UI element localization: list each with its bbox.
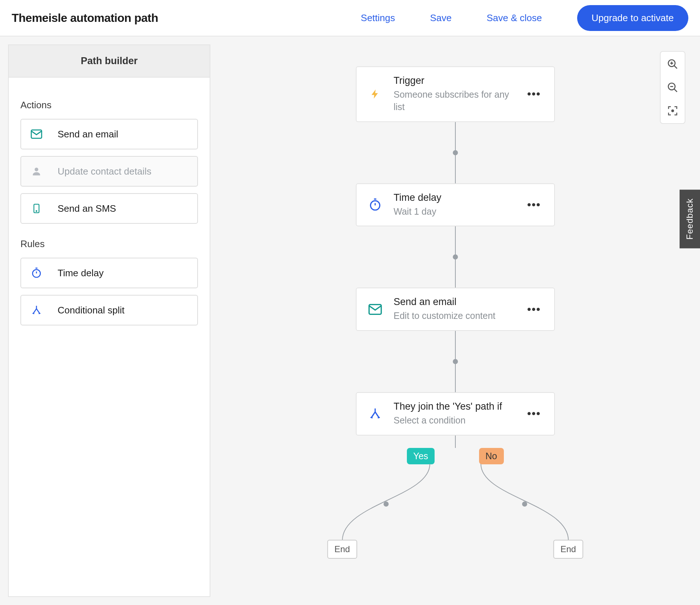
svg-point-3 [36, 211, 37, 211]
svg-point-7 [672, 110, 674, 112]
settings-button[interactable]: Settings [361, 12, 395, 24]
no-pill[interactable]: No [479, 448, 504, 464]
connector[interactable] [455, 331, 456, 392]
card-title: Send an email [394, 296, 514, 308]
node-email[interactable]: Send an email Edit to customize content … [356, 288, 555, 331]
mail-icon [367, 301, 384, 318]
stopwatch-icon [367, 196, 384, 213]
end-node[interactable]: End [553, 540, 583, 559]
rule-conditional-split[interactable]: Conditional split [20, 295, 198, 325]
actions-section: Actions Send an email Update contact det… [20, 99, 198, 224]
save-button[interactable]: Save [430, 12, 452, 24]
split-labels: Yes No [356, 448, 555, 466]
sidebar-title: Path builder [9, 45, 210, 78]
node-menu-button[interactable]: ••• [524, 302, 544, 317]
save-close-button[interactable]: Save & close [487, 12, 542, 24]
card-title: They join the 'Yes' path if [394, 401, 514, 412]
card-sub: Someone subscribes for any list [394, 89, 514, 113]
node-trigger[interactable]: Trigger Someone subscribes for any list … [356, 66, 555, 122]
path-builder-panel: Path builder Actions Send an email Updat… [8, 44, 210, 597]
feedback-tab[interactable]: Feedback [680, 190, 700, 248]
connector[interactable] [455, 122, 456, 183]
action-update-contact: Update contact details [20, 156, 198, 187]
card-sub: Select a condition [394, 414, 514, 427]
actions-label: Actions [20, 99, 198, 111]
split-icon [367, 405, 384, 422]
connector[interactable] [455, 226, 456, 288]
action-send-sms[interactable]: Send an SMS [20, 193, 198, 224]
fit-button[interactable] [662, 100, 684, 122]
canvas[interactable]: Feedback Trigger Someone subscribes for … [210, 36, 700, 605]
node-menu-button[interactable]: ••• [524, 197, 544, 212]
rule-label: Conditional split [58, 305, 125, 316]
rules-label: Rules [20, 238, 198, 250]
rule-label: Time delay [58, 268, 104, 279]
card-sub: Wait 1 day [394, 206, 514, 218]
flow: Trigger Someone subscribes for any list … [291, 66, 619, 559]
action-label: Send an SMS [58, 203, 116, 214]
node-menu-button[interactable]: ••• [524, 406, 544, 421]
svg-point-4 [32, 270, 40, 277]
sidebar-body: Actions Send an email Update contact det… [9, 78, 210, 341]
zoom-in-button[interactable] [662, 53, 684, 75]
branch-dot[interactable] [384, 501, 389, 507]
node-menu-button[interactable]: ••• [524, 86, 544, 102]
branch-dot[interactable] [522, 501, 527, 507]
connector [455, 436, 456, 448]
card-title: Trigger [394, 75, 514, 86]
rules-section: Rules Time delay Conditional split [20, 238, 198, 325]
main: Path builder Actions Send an email Updat… [0, 36, 700, 605]
page-title: Themeisle automation path [12, 11, 158, 25]
top-header: Themeisle automation path Settings Save … [0, 0, 700, 36]
yes-pill[interactable]: Yes [407, 448, 435, 464]
card-sub: Edit to customize content [394, 310, 514, 322]
header-actions: Settings Save Save & close Upgrade to ac… [361, 5, 688, 31]
split-icon [30, 304, 43, 317]
svg-point-1 [35, 168, 38, 171]
node-delay[interactable]: Time delay Wait 1 day ••• [356, 183, 555, 227]
action-send-email[interactable]: Send an email [20, 119, 198, 149]
mail-icon [30, 128, 43, 141]
phone-icon [30, 202, 43, 215]
split-branches: End End [313, 464, 598, 559]
bolt-icon [367, 86, 384, 102]
end-node[interactable]: End [327, 540, 357, 559]
rule-time-delay[interactable]: Time delay [20, 258, 198, 288]
zoom-out-button[interactable] [662, 77, 684, 98]
upgrade-button[interactable]: Upgrade to activate [577, 5, 688, 31]
action-label: Update contact details [58, 166, 151, 177]
card-title: Time delay [394, 192, 514, 203]
person-icon [30, 165, 43, 178]
stopwatch-icon [30, 266, 43, 280]
action-label: Send an email [58, 129, 118, 140]
zoom-tools [660, 51, 685, 124]
node-split[interactable]: They join the 'Yes' path if Select a con… [356, 392, 555, 436]
